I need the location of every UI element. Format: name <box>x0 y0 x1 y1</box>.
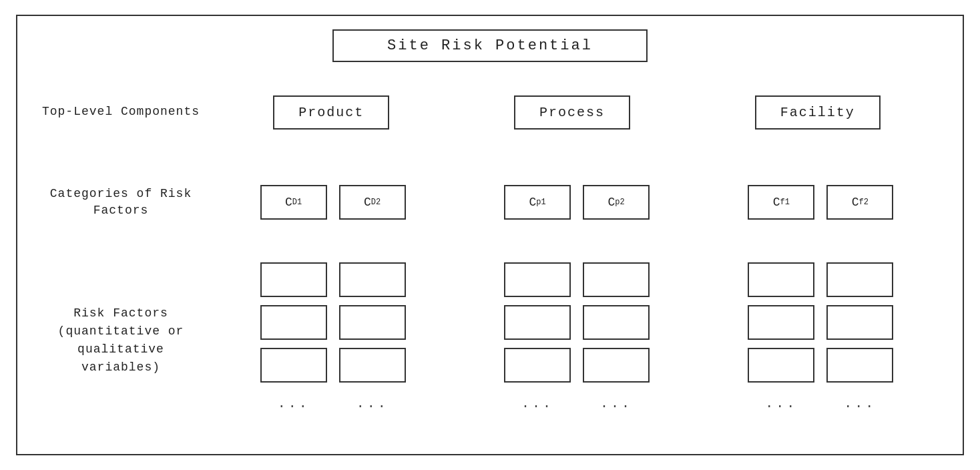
process-group: Process <box>514 95 630 130</box>
category-d1: CD1 <box>260 185 327 220</box>
product-factor-row2 <box>260 305 406 340</box>
process-box: Process <box>514 95 630 130</box>
risk-factors-row: Risk Factors(quantitative orqualitative … <box>37 262 943 411</box>
dots-row: ... ... ... ... ... ... <box>211 396 943 411</box>
process-categories: Cp1 Cp2 <box>504 185 650 220</box>
product-factor-row3 <box>260 348 406 383</box>
factor-box-f2-r1 <box>826 262 893 297</box>
dots-p2: ... <box>583 396 650 411</box>
factor-box-f2-r2 <box>826 305 893 340</box>
facility-categories: Cf1 Cf2 <box>748 185 893 220</box>
factor-box-d2-r3 <box>339 348 406 383</box>
factor-box-d1-r2 <box>260 305 327 340</box>
factor-row-3 <box>211 348 943 383</box>
factor-row-2 <box>211 305 943 340</box>
dots-f1: ... <box>748 396 814 411</box>
dots-f2: ... <box>826 396 893 411</box>
category-f1: Cf1 <box>748 185 814 220</box>
factor-box-p1-r3 <box>504 348 571 383</box>
factor-box-d1-r3 <box>260 348 327 383</box>
product-dots: ... ... <box>260 396 406 411</box>
facility-factor-row3 <box>748 348 893 383</box>
factor-box-f1-r2 <box>748 305 814 340</box>
product-group: Product <box>273 95 389 130</box>
factor-box-d1-r1 <box>260 262 327 297</box>
category-p1: Cp1 <box>504 185 571 220</box>
risk-factors-right: ... ... ... ... ... ... <box>211 262 943 411</box>
product-categories: CD1 CD2 <box>260 185 406 220</box>
product-factor-row1 <box>260 262 406 297</box>
spacer-2 <box>37 242 943 262</box>
title-box: Site Risk Potential <box>332 29 648 62</box>
category-d2: CD2 <box>339 185 406 220</box>
process-factor-row2 <box>504 305 650 340</box>
factor-box-p2-r2 <box>583 305 650 340</box>
factor-box-d2-r1 <box>339 262 406 297</box>
process-factor-row1 <box>504 262 650 297</box>
facility-group: Facility <box>755 95 881 130</box>
dots-d1: ... <box>260 396 327 411</box>
categories-area: CD1 CD2 Cp1 Cp2 Cf1 <box>211 185 943 220</box>
category-p2: Cp2 <box>583 185 650 220</box>
factor-box-d2-r2 <box>339 305 406 340</box>
categories-label: Categories of RiskFactors <box>37 186 211 219</box>
process-factor-row3 <box>504 348 650 383</box>
factor-box-p2-r3 <box>583 348 650 383</box>
factor-box-f1-r3 <box>748 348 814 383</box>
factor-box-p1-r1 <box>504 262 571 297</box>
factor-box-p1-r2 <box>504 305 571 340</box>
facility-factor-row2 <box>748 305 893 340</box>
category-f2: Cf2 <box>826 185 893 220</box>
components-area: Product Process Facility <box>211 95 943 130</box>
title-text: Site Risk Potential <box>387 37 593 54</box>
factor-row-1 <box>211 262 943 297</box>
factor-box-f2-r3 <box>826 348 893 383</box>
product-box: Product <box>273 95 389 130</box>
risk-factors-label: Risk Factors(quantitative orqualitative … <box>37 298 211 377</box>
dots-p1: ... <box>504 396 571 411</box>
spacer-1 <box>37 156 943 176</box>
categories-row: Categories of RiskFactors CD1 CD2 Cp1 Cp… <box>37 176 943 229</box>
dots-d2: ... <box>339 396 406 411</box>
top-level-label: Top-Level Components <box>37 103 211 120</box>
facility-box: Facility <box>755 95 881 130</box>
process-dots: ... ... <box>504 396 650 411</box>
factor-box-f1-r1 <box>748 262 814 297</box>
facility-factor-row1 <box>748 262 893 297</box>
components-row: Top-Level Components Product Process Fac… <box>37 82 943 142</box>
facility-dots: ... ... <box>748 396 893 411</box>
factor-box-p2-r1 <box>583 262 650 297</box>
title-row: Site Risk Potential <box>37 29 943 62</box>
diagram-container: Site Risk Potential Top-Level Components… <box>16 15 964 455</box>
